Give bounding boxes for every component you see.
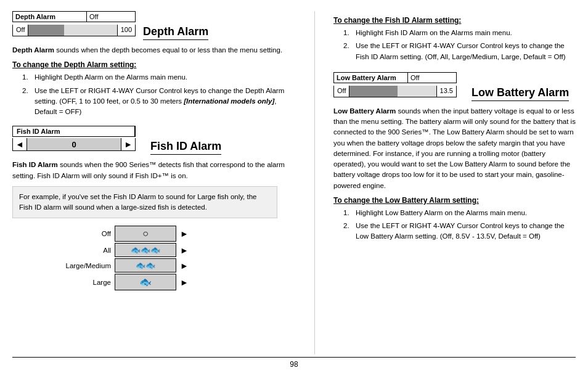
fish-id-arrow-right-icon[interactable]: ► [121,138,135,150]
left-column: Depth Alarm Off Off 100 Depth Alarm Dept… [12,11,296,354]
page-footer: 98 [12,357,576,369]
depth-alarm-change-heading: To change the Depth Alarm setting: [12,60,296,69]
fish-id-menu-label: Fish ID Alarm [13,126,135,136]
low-battery-title-area: Low Battery Alarm [472,86,569,104]
low-battery-menu-value: Off [408,73,427,83]
depth-alarm-desc-text: sounds when the depth becomes equal to o… [54,46,282,54]
depth-alarm-step2: 2. Use the LEFT or RIGHT 4-WAY Cursor Co… [22,86,296,118]
depth-alarm-slider-track[interactable] [28,25,116,36]
fish-id-slider-track[interactable]: 0 [27,138,121,150]
fish-type-arrow-largemedium: ► [180,261,189,271]
fish-icon-off: ○ [142,228,149,239]
fish-id-title: Fish ID Alarm [150,140,221,155]
fish-type-arrow-large: ► [180,277,189,287]
fish-type-label-all: All [62,247,111,254]
fish-type-arrow-off: ► [180,229,189,239]
fish-type-arrow-all: ► [180,245,189,255]
column-divider [314,11,315,354]
depth-alarm-header: Depth Alarm Off Off 100 Depth Alarm [12,11,296,43]
fish-icon-box-off: ○ [115,226,176,242]
fish-type-label-large: Large [62,279,111,286]
depth-alarm-step1: 1. Highlight Depth Alarm on the Alarms m… [22,72,296,83]
fish-icon-box-all: 🐟🐟🐟 [115,243,176,257]
fish-icon-box-large: 🐟 [115,274,176,290]
depth-alarm-desc-bold: Depth Alarm [12,46,54,54]
low-battery-menu-label: Low Battery Alarm [334,73,408,83]
fish-type-row-large: Large 🐟 ► [62,274,296,290]
depth-alarm-title-area: Depth Alarm [143,25,208,43]
page: Depth Alarm Off Off 100 Depth Alarm Dept… [0,0,588,381]
low-battery-desc-text: sounds when the input battery voltage is… [333,107,576,189]
depth-alarm-menu-value: Off [87,12,105,22]
low-battery-slider-row: Off 13.5 [333,86,457,97]
low-battery-menu-bar: Low Battery Alarm Off [333,72,457,83]
depth-alarm-slider-off: Off [13,25,28,36]
low-battery-slider-track[interactable] [349,86,436,97]
fish-id-title-area: Fish ID Alarm [150,140,221,157]
fish-type-label-off: Off [62,230,111,237]
fish-id-right-step2: 2. Use the LEFT or RIGHT 4-WAY Cursor Co… [343,41,576,62]
depth-alarm-intl: [International models only] [184,97,274,105]
low-battery-step1: 1. Highlight Low Battery Alarm on the Al… [343,208,576,218]
depth-alarm-title: Depth Alarm [143,25,208,40]
fish-icon-box-largemedium: 🐟🐟 [115,258,176,272]
fish-id-right-step1: 1. Highlight Fish ID Alarm on the Alarms… [343,28,576,38]
fish-id-example-box: For example, if you've set the Fish ID A… [12,186,277,219]
fish-type-row-largemedium: Large/Medium 🐟🐟 ► [62,258,296,272]
fish-type-row-all: All 🐟🐟🐟 ► [62,243,296,257]
depth-alarm-slider-row: Off 100 [12,25,136,36]
fish-id-menu-bar: Fish ID Alarm [12,126,136,137]
depth-alarm-menu-area: Depth Alarm Off Off 100 [12,11,136,43]
low-battery-menu-area: Low Battery Alarm Off Off 13.5 [333,72,457,104]
depth-alarm-menu-label: Depth Alarm [13,12,87,22]
fish-id-alarm-section: Fish ID Alarm ◄ 0 ► Fish ID Alarm [12,126,296,290]
low-battery-change-heading: To change the Low Battery Alarm setting: [333,196,576,205]
fish-id-menu-area: Fish ID Alarm ◄ 0 ► [12,126,136,157]
fish-icon-largemedium: 🐟🐟 [136,261,155,270]
fish-icon-large: 🐟 [139,276,152,288]
depth-alarm-description: Depth Alarm sounds when the depth become… [12,45,296,55]
fish-id-alarm-header: Fish ID Alarm ◄ 0 ► Fish ID Alarm [12,126,296,157]
fish-id-change-heading: To change the Fish ID Alarm setting: [333,16,576,25]
fish-type-label-largemedium: Large/Medium [62,262,111,269]
low-battery-title: Low Battery Alarm [472,86,569,101]
fish-id-slider-row: ◄ 0 ► [12,138,136,151]
fish-id-slider-value: 0 [71,140,76,149]
low-battery-desc-bold: Low Battery Alarm [333,107,396,115]
low-battery-slider-off: Off [334,86,349,97]
low-battery-step2: 2. Use the LEFT or RIGHT 4-WAY Cursor Co… [343,221,576,242]
low-battery-header: Low Battery Alarm Off Off 13.5 Low Batte… [333,72,576,104]
depth-alarm-menu-bar: Depth Alarm Off [12,11,136,22]
fish-id-arrow-left-icon[interactable]: ◄ [13,138,27,150]
low-battery-section: Low Battery Alarm Off Off 13.5 Low Batte… [333,72,576,242]
fish-id-description: Fish ID Alarm sounds when the 900 Series… [12,160,296,181]
depth-alarm-slider-max: 100 [117,25,135,36]
fish-type-list: Off ○ ► All 🐟🐟🐟 ► [62,226,296,290]
fish-id-example-text: For example, if you've set the Fish ID A… [19,193,257,211]
low-battery-slider-value: 13.5 [436,86,456,97]
low-battery-description: Low Battery Alarm sounds when the input … [333,106,576,191]
fish-id-desc-bold: Fish ID Alarm [12,161,58,168]
fish-icon-all: 🐟🐟🐟 [131,245,160,255]
page-number: 98 [290,360,298,369]
right-column: To change the Fish ID Alarm setting: 1. … [333,11,576,354]
fish-type-row-off: Off ○ ► [62,226,296,242]
